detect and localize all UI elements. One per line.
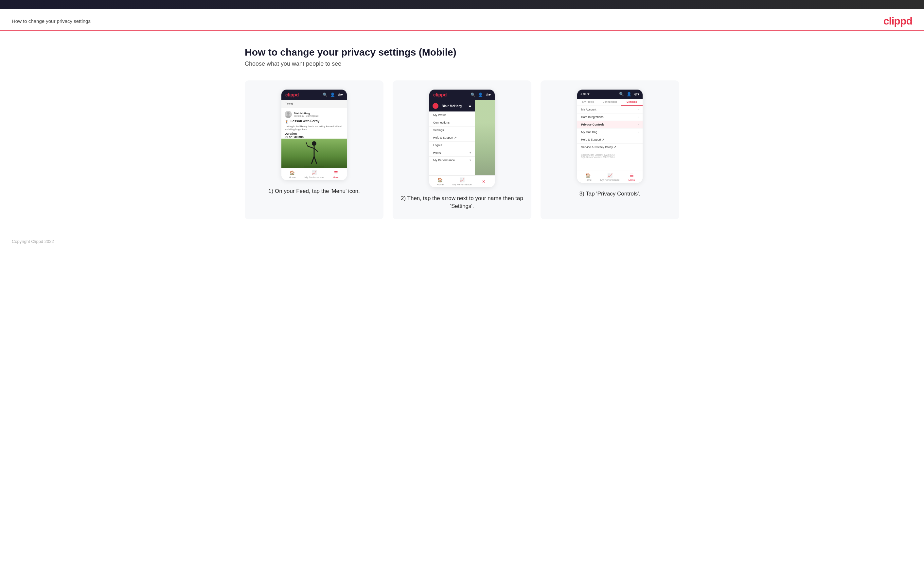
settings-icon-2: ⊕▾ <box>486 92 491 97</box>
menu-panel: Blair McHarg ▲ My Profile Connections <box>429 100 475 175</box>
post-avatar <box>285 111 292 118</box>
steps-row: clippd 🔍 👤 ⊕▾ Feed <box>245 81 679 219</box>
tab-connections[interactable]: Connections <box>599 99 621 106</box>
phone-mockup-3: < Back 🔍 👤 ⊕▾ My Profile Connections <box>577 90 643 183</box>
phone2-nav-icons: 🔍 👤 ⊕▾ <box>470 92 491 97</box>
svg-line-6 <box>314 148 318 152</box>
phone2-bg <box>475 100 495 175</box>
chevron-performance: ▾ <box>470 158 471 162</box>
chart-icon: 📈 <box>312 170 317 175</box>
menu-section-performance[interactable]: My Performance ▾ <box>429 156 475 164</box>
menu-icon: ☰ <box>334 170 338 175</box>
header-title: How to change your privacy settings <box>12 18 90 24</box>
chart-icon-2: 📈 <box>459 177 465 182</box>
step-3-card: < Back 🔍 👤 ⊕▾ My Profile Connections <box>541 81 679 219</box>
settings-icon-3: ⊕▾ <box>634 92 639 97</box>
step-1-caption: 1) On your Feed, tap the 'Menu' icon. <box>268 187 360 195</box>
search-icon: 🔍 <box>323 92 328 97</box>
svg-line-5 <box>306 142 308 146</box>
menu-item-settings[interactable]: Settings <box>429 127 475 134</box>
phone1-nav-icons: 🔍 👤 ⊕▾ <box>323 92 343 97</box>
svg-point-2 <box>312 141 317 146</box>
menu-user-row: Blair McHarg ▲ <box>429 100 475 111</box>
home-icon-3: 🏠 <box>585 173 591 178</box>
post-user-info: Blair McHarg Yesterday · Sunningdale <box>294 112 319 117</box>
menu-item-help[interactable]: Help & Support ↗ <box>429 134 475 142</box>
tab-menu-3[interactable]: ☰ Menu <box>621 173 643 181</box>
collapse-icon[interactable]: ▲ <box>468 104 472 108</box>
header: How to change your privacy settings clip… <box>0 9 924 31</box>
feed-post: Blair McHarg Yesterday · Sunningdale 🏌 L… <box>281 108 347 139</box>
footer: Copyright Clippd 2022 <box>0 231 924 252</box>
back-button[interactable]: < Back <box>580 92 590 96</box>
tab-performance-1[interactable]: 📈 My Performance <box>303 170 325 179</box>
post-duration: Duration 01 hr : 30 min <box>285 132 344 139</box>
svg-line-8 <box>314 156 317 164</box>
phone2-content: Blair McHarg ▲ My Profile Connections <box>429 100 495 175</box>
tab-performance-3[interactable]: 📈 My Performance <box>599 173 621 181</box>
svg-line-7 <box>312 156 314 164</box>
tab-menu-1[interactable]: ☰ Menu <box>325 170 347 179</box>
phone1-nav: clippd 🔍 👤 ⊕▾ <box>281 90 347 100</box>
chevron-integrations: › <box>638 115 639 119</box>
settings-back-bar: < Back 🔍 👤 ⊕▾ <box>577 90 643 99</box>
user-icon-2: 👤 <box>478 92 483 97</box>
lesson-icon: 🏌 <box>285 120 289 124</box>
home-icon: 🏠 <box>289 170 295 175</box>
phone2-nav: clippd 🔍 👤 ⊕▾ <box>429 90 495 100</box>
settings-item-privacy-policy[interactable]: Service & Privacy Policy ↗ <box>577 143 643 151</box>
phone2-logo: clippd <box>433 92 447 97</box>
phone3-nav-icons: 🔍 👤 ⊕▾ <box>619 92 639 97</box>
page-title: How to change your privacy settings (Mob… <box>245 47 679 58</box>
phone1-logo: clippd <box>285 92 299 97</box>
tab-home-3[interactable]: 🏠 Home <box>577 173 599 181</box>
svg-rect-9 <box>304 166 324 168</box>
tab-close-2[interactable]: ✕ <box>473 179 495 185</box>
svg-line-4 <box>308 146 314 148</box>
tab-settings[interactable]: Settings <box>621 99 643 106</box>
svg-point-1 <box>286 115 291 118</box>
svg-point-0 <box>287 112 289 115</box>
close-icon: ✕ <box>482 179 486 184</box>
phone1-tab-bar: 🏠 Home 📈 My Performance ☰ Menu <box>281 168 347 180</box>
feed-header: Feed <box>281 100 347 108</box>
step-2-caption: 2) Then, tap the arrow next to your name… <box>401 195 523 210</box>
step-1-card: clippd 🔍 👤 ⊕▾ Feed <box>245 81 383 219</box>
chart-icon-3: 📈 <box>607 173 612 178</box>
page-subtitle: Choose what you want people to see <box>245 60 679 67</box>
step-2-card: clippd 🔍 👤 ⊕▾ Blair McHarg <box>393 81 531 219</box>
main-content: How to change your privacy settings (Mob… <box>233 31 691 231</box>
settings-item-account[interactable]: My Account › <box>577 106 643 113</box>
menu-item-profile[interactable]: My Profile <box>429 111 475 119</box>
tab-home-2[interactable]: 🏠 Home <box>429 177 451 186</box>
chevron-golfbag: › <box>638 131 639 134</box>
settings-item-integrations[interactable]: Data Integrations › <box>577 113 643 121</box>
settings-item-help[interactable]: Help & Support ↗ <box>577 136 643 143</box>
phone3-tab-bar: 🏠 Home 📈 My Performance ☰ Menu <box>577 171 643 183</box>
user-icon-3: 👤 <box>627 92 632 97</box>
tab-performance-2[interactable]: 📈 My Performance <box>451 177 473 186</box>
top-bar <box>0 0 924 9</box>
chevron-privacy: › <box>638 123 639 126</box>
chevron-account: › <box>638 108 639 111</box>
menu-icon-3: ☰ <box>630 173 634 178</box>
search-icon-2: 🔍 <box>470 92 475 97</box>
settings-version: Clippd Client Version: 2022.8.3-3 SQL Se… <box>577 151 643 161</box>
logo: clippd <box>884 15 912 27</box>
menu-section-home[interactable]: Home ▾ <box>429 149 475 156</box>
phone-mockup-2: clippd 🔍 👤 ⊕▾ Blair McHarg <box>429 90 495 187</box>
tab-home-1[interactable]: 🏠 Home <box>281 170 303 179</box>
settings-icon: ⊕▾ <box>338 92 343 97</box>
menu-item-logout[interactable]: Logout <box>429 142 475 149</box>
golf-image <box>281 139 347 168</box>
search-icon-3: 🔍 <box>619 92 624 97</box>
menu-item-connections[interactable]: Connections <box>429 119 475 127</box>
settings-item-privacy[interactable]: Privacy Controls › <box>577 121 643 129</box>
tab-my-profile[interactable]: My Profile <box>577 99 599 106</box>
user-icon: 👤 <box>330 92 335 97</box>
home-icon-2: 🏠 <box>438 177 443 182</box>
menu-avatar <box>433 103 438 109</box>
chevron-home: ▾ <box>470 151 471 154</box>
settings-item-golfbag[interactable]: My Golf Bag › <box>577 129 643 136</box>
phone2-tab-bar: 🏠 Home 📈 My Performance ✕ <box>429 175 495 187</box>
